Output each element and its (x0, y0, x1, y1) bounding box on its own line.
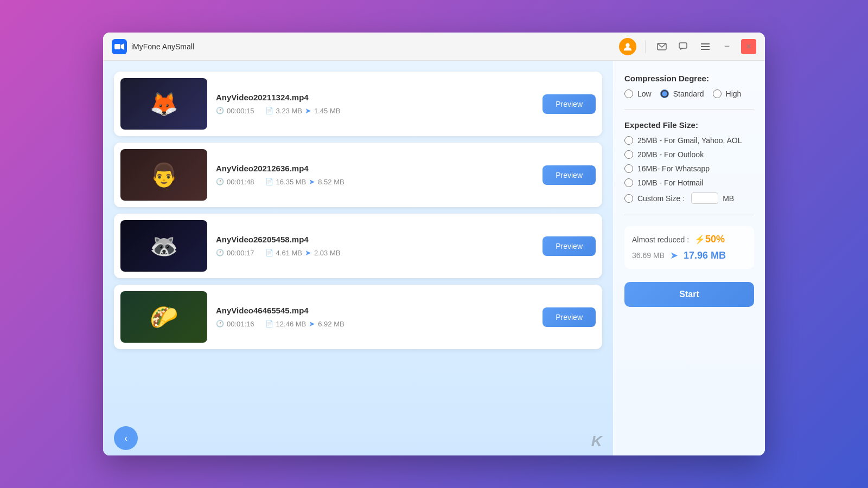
radio-20mb-input[interactable] (624, 150, 633, 159)
radio-high-label: High (726, 89, 742, 98)
clock-icon: 🕐 (216, 107, 224, 114)
footer-area: ‹ K (103, 421, 613, 455)
start-button[interactable]: Start (624, 282, 754, 307)
size-arrow-icon: ➤ (309, 177, 315, 186)
size-20mb-label: 20MB - For Outlook (637, 150, 704, 159)
video-name: AnyVideo46465545.mp4 (216, 306, 534, 315)
size-custom-label: Custom Size : (637, 194, 685, 203)
preview-button[interactable]: Preview (542, 236, 596, 256)
size-20mb[interactable]: 20MB - For Outlook (624, 150, 754, 159)
radio-custom-input[interactable] (624, 194, 633, 203)
video-card: 👨 AnyVideo20212636.mp4 🕐 00:01:48 📄 16.3… (114, 143, 602, 207)
video-card: 🦊 AnyVideo20211324.mp4 🕐 00:00:15 📄 3.23… (114, 72, 602, 136)
titlebar-right: − × (619, 38, 756, 55)
thumb-emoji: 🦊 (120, 78, 207, 130)
radio-low-label: Low (637, 89, 652, 98)
size-arrow-icon: ➤ (309, 319, 315, 328)
compressed-size: 8.52 MB (318, 178, 344, 186)
video-scroll: 🦊 AnyVideo20211324.mp4 🕐 00:00:15 📄 3.23… (103, 61, 613, 421)
radio-high[interactable]: High (713, 89, 742, 98)
size-25mb-label: 25MB - For Gmail, Yahoo, AOL (637, 136, 742, 145)
back-button[interactable]: ‹ (114, 426, 138, 450)
video-name: AnyVideo26205458.mp4 (216, 235, 534, 244)
video-duration: 00:00:17 (227, 249, 254, 257)
chat-icon[interactable] (676, 39, 691, 54)
size-16mb-label: 16MB- For Whatsapp (637, 164, 710, 173)
video-card: 🦝 AnyVideo26205458.mp4 🕐 00:00:17 📄 4.61… (114, 214, 602, 278)
preview-button[interactable]: Preview (542, 94, 596, 114)
user-avatar-icon[interactable] (619, 38, 636, 55)
preview-button[interactable]: Preview (542, 165, 596, 185)
custom-size-input[interactable] (691, 192, 718, 204)
original-size: 4.61 MB (276, 249, 302, 257)
size-custom[interactable]: Custom Size : MB (624, 192, 754, 204)
expected-size-section: Expected File Size: 25MB - For Gmail, Ya… (624, 120, 754, 204)
thumb-emoji: 🦝 (120, 220, 207, 272)
video-info: AnyVideo20211324.mp4 🕐 00:00:15 📄 3.23 M… (216, 93, 534, 115)
size-arrow-icon: ➤ (305, 106, 311, 115)
close-button[interactable]: × (741, 39, 756, 54)
radio-standard-label: Standard (673, 89, 704, 98)
titlebar: iMyFone AnySmall (103, 33, 765, 61)
size-25mb[interactable]: 25MB - For Gmail, Yahoo, AOL (624, 136, 754, 145)
size-16mb[interactable]: 16MB- For Whatsapp (624, 164, 754, 173)
radio-high-input[interactable] (713, 89, 722, 98)
clock-icon: 🕐 (216, 249, 224, 256)
svg-rect-0 (114, 44, 120, 49)
svg-rect-4 (679, 43, 687, 48)
almost-reduced-label: Almost reduced : (632, 235, 689, 244)
video-list-container: 🦊 AnyVideo20211324.mp4 🕐 00:00:15 📄 3.23… (103, 61, 613, 455)
video-thumbnail: 🌮 (120, 291, 207, 343)
size-item: 📄 12.46 MB ➤ 6.92 MB (265, 319, 344, 328)
video-duration: 00:01:16 (227, 320, 254, 328)
duration-item: 🕐 00:00:17 (216, 249, 254, 257)
almost-reduced-row: Almost reduced : ⚡50% (632, 234, 746, 245)
radio-16mb-input[interactable] (624, 164, 633, 173)
watermark: K (591, 433, 602, 450)
video-thumbnail: 🦊 (120, 78, 207, 130)
radio-standard-input[interactable] (660, 89, 669, 98)
titlebar-divider (645, 40, 646, 53)
clock-icon: 🕐 (216, 178, 224, 185)
thumb-emoji: 🌮 (120, 291, 207, 343)
video-thumbnail: 👨 (120, 149, 207, 201)
radio-low[interactable]: Low (624, 89, 652, 98)
size-comparison-row: 36.69 MB ➤ 17.96 MB (632, 249, 746, 261)
main-content: 🦊 AnyVideo20211324.mp4 🕐 00:00:15 📄 3.23… (103, 61, 765, 455)
new-total: 17.96 MB (684, 250, 726, 261)
preview-button[interactable]: Preview (542, 307, 596, 327)
size-arrow-icon: ➤ (670, 249, 678, 261)
menu-icon[interactable] (698, 39, 713, 54)
video-info: AnyVideo46465545.mp4 🕐 00:01:16 📄 12.46 … (216, 306, 534, 328)
reduction-section: Almost reduced : ⚡50% 36.69 MB ➤ 17.96 M… (624, 226, 754, 269)
size-10mb[interactable]: 10MB - For Hotmail (624, 178, 754, 187)
divider-2 (624, 215, 754, 215)
mail-icon[interactable] (654, 39, 669, 54)
minimize-button[interactable]: − (719, 39, 735, 54)
size-item: 📄 16.35 MB ➤ 8.52 MB (265, 177, 344, 186)
app-window: iMyFone AnySmall (103, 33, 765, 455)
video-thumbnail: 🦝 (120, 220, 207, 272)
file-icon: 📄 (265, 107, 273, 114)
compressed-size: 6.92 MB (318, 320, 344, 328)
original-size: 12.46 MB (276, 320, 307, 328)
video-duration: 00:01:48 (227, 178, 254, 186)
file-icon: 📄 (265, 178, 273, 185)
video-name: AnyVideo20212636.mp4 (216, 164, 534, 173)
compressed-size: 1.45 MB (314, 107, 340, 115)
original-total: 36.69 MB (632, 251, 665, 260)
file-icon: 📄 (265, 249, 273, 256)
original-size: 16.35 MB (276, 178, 307, 186)
size-item: 📄 4.61 MB ➤ 2.03 MB (265, 248, 341, 257)
size-10mb-label: 10MB - For Hotmail (637, 178, 703, 187)
radio-standard[interactable]: Standard (660, 89, 704, 98)
titlebar-left: iMyFone AnySmall (112, 39, 619, 54)
radio-10mb-input[interactable] (624, 178, 633, 187)
size-item: 📄 3.23 MB ➤ 1.45 MB (265, 106, 341, 115)
radio-low-input[interactable] (624, 89, 633, 98)
file-icon: 📄 (265, 320, 273, 328)
expected-size-title: Expected File Size: (624, 120, 754, 130)
radio-25mb-input[interactable] (624, 136, 633, 145)
svg-point-2 (626, 43, 629, 47)
video-card: 🌮 AnyVideo46465545.mp4 🕐 00:01:16 📄 12.4… (114, 285, 602, 349)
